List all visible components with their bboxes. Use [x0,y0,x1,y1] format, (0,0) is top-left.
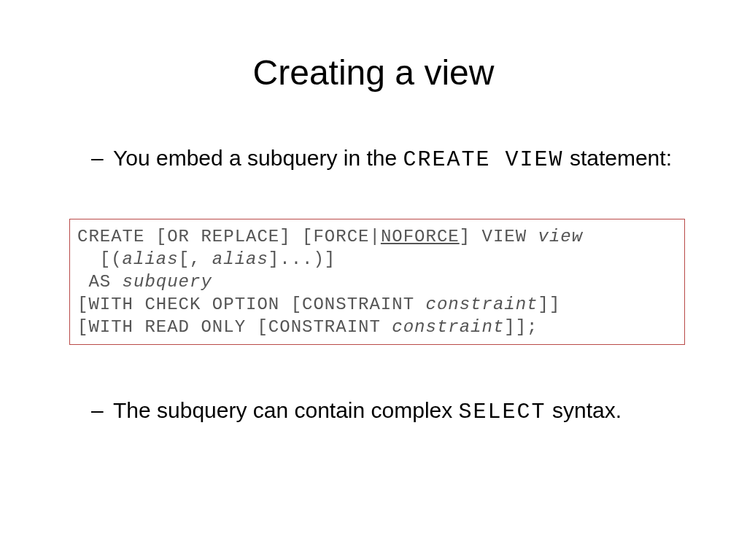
bullet1-code: CREATE VIEW [403,147,564,172]
code-l2-alias1: alias [123,249,179,269]
syntax-code-box: CREATE [OR REPLACE] [FORCE|NOFORCE] VIEW… [69,219,685,346]
code-l5-constraint: constraint [392,317,504,337]
bullet2-post: syntax. [546,398,622,422]
code-l5a: [WITH READ ONLY [CONSTRAINT [77,317,392,337]
bullet-item-1: You embed a subquery in the CREATE VIEW … [91,144,681,175]
code-l2b: [, [179,249,212,269]
bullet1-pre: You embed a subquery in the [113,146,403,170]
code-l2a: [( [77,249,123,269]
bullet1-post: statement: [564,146,672,170]
bullet2-code: SELECT [459,400,546,424]
code-l1b: ] VIEW [460,227,538,246]
code-l4b: ]] [538,295,561,314]
slide: Creating a view You embed a subquery in … [0,52,747,560]
code-l1-underline: NOFORCE [381,227,460,246]
code-l5b: ]]; [504,317,538,337]
code-l3-subquery: subquery [123,272,212,292]
code-l1-view: view [538,227,584,246]
bullet-item-2: The subquery can contain complex SELECT … [91,396,681,427]
slide-title: Creating a view [0,52,747,93]
code-l3a: AS [77,272,123,292]
code-l4a: [WITH CHECK OPTION [CONSTRAINT [77,295,425,314]
code-l4-constraint: constraint [425,295,538,314]
code-l1a: CREATE [OR REPLACE] [FORCE| [77,227,381,246]
bullet2-pre: The subquery can contain complex [113,398,459,422]
code-l2-alias2: alias [212,249,268,269]
code-l2c: ]...)] [268,249,336,269]
